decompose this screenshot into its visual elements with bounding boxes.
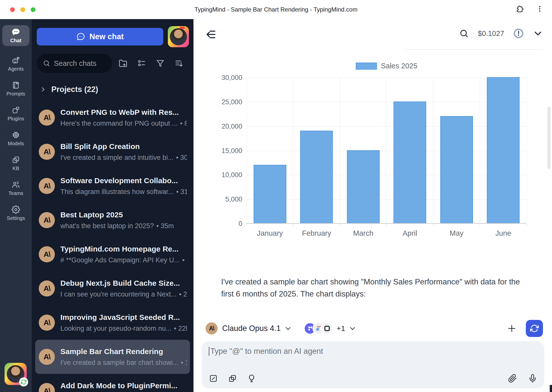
copy-stack-icon <box>12 156 20 164</box>
rail-item-agents[interactable]: Agents <box>8 56 24 72</box>
browser-menu-icon[interactable] <box>536 5 543 13</box>
rail-item-kb[interactable]: KB <box>12 156 20 171</box>
search-icon <box>43 60 50 67</box>
scrollbar-end <box>550 385 552 392</box>
rail-item-settings[interactable]: Settings <box>7 205 25 221</box>
y-tick-label: 25,000 <box>212 98 242 106</box>
chat-item-subtitle: # **Google Ads Campaign: API Key U... <box>60 256 180 264</box>
chat-item-title: Convert PNG to WebP with Res... <box>60 108 187 117</box>
user-avatar[interactable] <box>5 363 27 385</box>
robot-icon <box>12 56 20 65</box>
chat-item-title: Sample Bar Chart Rendering <box>60 347 187 356</box>
chat-item-title: Add Dark Mode to PluginPermi... <box>60 381 187 390</box>
sort-descending-icon[interactable] <box>175 59 183 68</box>
legend-swatch <box>356 63 377 70</box>
text-caret <box>209 347 209 356</box>
lightbulb-icon[interactable] <box>247 374 256 383</box>
chat-list-item[interactable]: A\ Software Development Collabo... This … <box>35 169 190 203</box>
chip-icon <box>12 131 20 139</box>
chevron-down-icon[interactable] <box>533 28 543 38</box>
canvas-icon[interactable] <box>209 374 218 383</box>
chat-list-item[interactable]: A\ Sample Bar Chart Rendering I've creat… <box>35 340 190 374</box>
add-icon[interactable] <box>507 323 517 333</box>
x-tick-label: January <box>247 229 293 237</box>
sync-badge-icon <box>19 377 28 386</box>
rail-item-label: Plugins <box>8 116 24 122</box>
plugin-icon-3 <box>321 322 333 334</box>
rail-item-plugins[interactable]: Plugins <box>8 106 24 122</box>
chat-search-input[interactable] <box>54 59 106 68</box>
header-divider <box>406 49 543 50</box>
checklist-icon[interactable] <box>137 59 146 68</box>
projects-label: Projects (22) <box>51 85 98 94</box>
anthropic-avatar: A\ <box>39 246 55 262</box>
rail-item-label: Settings <box>7 215 25 221</box>
warning-circle-icon[interactable] <box>513 28 524 39</box>
attachment-icon[interactable] <box>508 374 517 383</box>
copy-icon[interactable] <box>228 374 237 383</box>
chat-item-time: • 31m <box>176 188 187 195</box>
chat-item-subtitle: Here's the command for PNG output ... <box>60 120 178 127</box>
rail-item-label: Models <box>8 141 24 146</box>
model-selector[interactable]: Claude Opus 4.1 <box>222 324 281 333</box>
chevron-down-icon[interactable] <box>284 325 292 332</box>
search-icon[interactable] <box>459 29 469 38</box>
bar-february <box>300 131 333 223</box>
profile-avatar[interactable] <box>168 26 189 47</box>
chat-item-subtitle: I've created a sample bar chart showi... <box>60 359 178 366</box>
legend-label: Sales 2025 <box>381 62 417 70</box>
regenerate-button[interactable] <box>526 320 543 337</box>
chat-list-item[interactable]: A\ Best Laptop 2025 what's the best lapt… <box>35 203 190 237</box>
anthropic-avatar: A\ <box>39 212 55 228</box>
new-chat-label: New chat <box>89 32 124 41</box>
y-tick-label: 5,000 <box>212 195 242 203</box>
message-input[interactable]: Type "@" to mention an AI agent <box>209 347 537 356</box>
chat-list-item[interactable]: A\ Convert PNG to WebP with Res... Here'… <box>35 101 190 135</box>
usage-cost[interactable]: $0.1027 <box>478 29 504 38</box>
chart-legend[interactable]: Sales 2025 <box>247 62 527 70</box>
chat-item-title: Best Laptop 2025 <box>60 211 187 219</box>
x-tick-label: May <box>433 229 480 237</box>
projects-toggle[interactable]: Projects (22) <box>32 73 193 94</box>
anthropic-avatar: A\ <box>39 280 55 297</box>
microphone-icon[interactable] <box>528 374 537 383</box>
rail-item-label: KB <box>13 166 19 171</box>
x-tick-label: February <box>293 229 340 237</box>
rail-item-models[interactable]: Models <box>8 131 24 146</box>
chat-list-item[interactable]: A\ Debug Next.js Build Cache Size... I c… <box>35 271 190 306</box>
input-placeholder: Type "@" to mention an AI agent <box>210 347 323 356</box>
chat-item-subtitle: Looking at your pseudo-random nu... <box>60 325 171 332</box>
chat-list-item[interactable]: A\ Bill Split App Creation I've created … <box>35 135 190 169</box>
composer[interactable]: Type "@" to mention an AI agent <box>202 341 544 388</box>
window-titlebar: TypingMind - Sample Bar Chart Rendering … <box>0 0 552 19</box>
chart-x-axis: JanuaryFebruaryMarchAprilMayJune <box>247 229 527 237</box>
bar-april <box>393 102 426 223</box>
chat-list-item[interactable]: A\ Improving JavaScript Seeded R... Look… <box>35 306 190 340</box>
anthropic-avatar: A\ <box>39 315 55 331</box>
rail-item-label: Agents <box>8 66 24 72</box>
chat-item-subtitle: what's the best laptop in 2025? <box>60 222 154 230</box>
rail-item-teams[interactable]: Teams <box>9 180 23 196</box>
chevron-down-icon[interactable] <box>349 325 356 332</box>
extensions-icon[interactable] <box>515 5 524 13</box>
more-plugins-count[interactable]: +1 <box>337 324 345 333</box>
collapse-sidebar-icon[interactable] <box>205 28 217 40</box>
rail-item-prompts[interactable]: Prompts <box>7 81 25 97</box>
new-folder-icon[interactable] <box>119 59 127 68</box>
chat-item-time: • 2h <box>182 256 187 264</box>
filter-icon[interactable] <box>156 59 165 68</box>
window-title: TypingMind - Sample Bar Chart Rendering … <box>0 6 552 13</box>
new-chat-button[interactable]: New chat <box>37 28 163 45</box>
chat-list-item[interactable]: A\ TypingMind.com Homepage Re... # **Goo… <box>35 237 190 271</box>
rail-item-chat[interactable]: Chat <box>2 25 29 46</box>
scrollbar-thumb[interactable] <box>547 107 550 169</box>
chart-y-axis: 05,00010,00015,00020,00025,00030,000 <box>212 78 242 224</box>
plugin-chips[interactable] <box>304 322 333 334</box>
chat-list-item[interactable]: A\ Add Dark Mode to PluginPermi... <box>35 374 190 392</box>
model-avatar: A\ <box>206 322 218 334</box>
profile-badge <box>180 27 185 29</box>
rail-item-label: Teams <box>9 190 23 196</box>
chat-item-subtitle: I can see you're encountering a Next... <box>60 290 176 298</box>
rail-item-label: Prompts <box>7 91 25 97</box>
bar-may <box>440 116 473 223</box>
